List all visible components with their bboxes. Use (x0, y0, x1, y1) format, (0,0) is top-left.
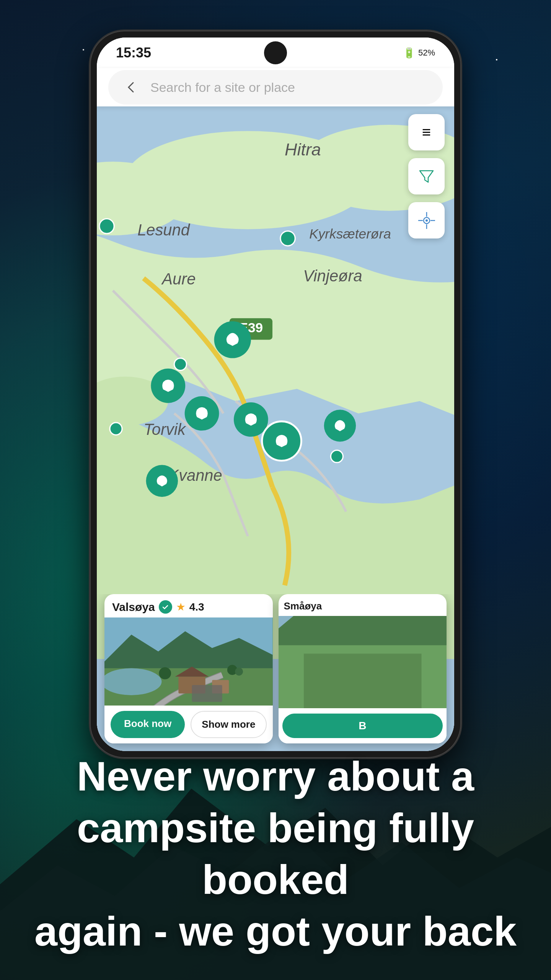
search-placeholder[interactable]: Search for a site or place (150, 80, 431, 95)
card-smaooya-image (279, 616, 447, 708)
star-icon: ★ (176, 601, 186, 613)
card-smaooya-header: Småøya (279, 594, 447, 616)
card-valsoya-image (104, 617, 273, 706)
svg-point-47 (235, 668, 243, 676)
checkmark-icon (161, 603, 169, 611)
card-smaooya-buttons: B (279, 708, 447, 743)
svg-text:Aure: Aure (161, 270, 196, 288)
svg-point-30 (110, 423, 122, 435)
svg-text:Kyrksæterøra: Kyrksæterøra (309, 226, 391, 241)
campsite-cards: Valsøya ★ 4.3 (97, 594, 454, 751)
svg-text:Vinjeøra: Vinjeøra (303, 267, 362, 285)
location-icon (417, 211, 436, 230)
phone-outer-shell: 15:35 🔋 52% Search for a site or place (90, 31, 461, 758)
status-bar: 15:35 🔋 52% (97, 38, 454, 68)
show-more-button[interactable]: Show more (191, 711, 266, 738)
card-valsoya-rating: 4.3 (189, 601, 204, 613)
map-menu-button[interactable]: ≡ (408, 114, 445, 150)
svg-text:Hitra: Hitra (285, 140, 321, 159)
map-area[interactable]: E39 Hitra Lesund Aure Vinjeøra Kyrksæter… (97, 106, 454, 751)
map-location-button[interactable] (408, 202, 445, 238)
signal-icon: 52% (418, 48, 435, 58)
svg-point-8 (266, 303, 328, 340)
status-icons-group: 🔋 52% (403, 47, 435, 59)
svg-point-33 (425, 219, 428, 222)
verified-badge (159, 600, 172, 614)
card-valsoya-header: Valsøya ★ 4.3 (104, 594, 273, 617)
phone-device: 15:35 🔋 52% Search for a site or place (90, 31, 461, 758)
tagline-line3: again - we got your back (31, 905, 520, 957)
card-smaooya-book-button[interactable]: B (282, 714, 443, 738)
svg-point-31 (331, 450, 343, 462)
search-input-container[interactable]: Search for a site or place (108, 70, 443, 105)
svg-point-27 (99, 219, 114, 233)
menu-icon: ≡ (422, 124, 431, 141)
tagline-area: Never worry about a campsite being fully… (0, 750, 551, 957)
campsite-image-svg (104, 617, 273, 706)
battery-icon: 🔋 (403, 47, 415, 59)
card-smaooya[interactable]: Småøya B (279, 594, 447, 743)
back-button[interactable] (120, 76, 143, 99)
phone-screen: 15:35 🔋 52% Search for a site or place (97, 38, 454, 751)
back-arrow-icon (124, 80, 139, 95)
svg-point-29 (174, 358, 186, 371)
svg-point-45 (159, 667, 171, 679)
svg-rect-48 (192, 685, 222, 702)
svg-text:Torvik: Torvik (143, 420, 186, 438)
svg-text:Lesund: Lesund (137, 221, 191, 239)
card-smaooya-name: Småøya (284, 600, 322, 612)
status-time: 15:35 (116, 45, 151, 61)
card-valsoya[interactable]: Valsøya ★ 4.3 (104, 594, 273, 743)
svg-point-28 (280, 231, 295, 246)
camera-notch (264, 41, 287, 64)
tagline-line1: Never worry about a (31, 750, 520, 802)
smaooya-image-svg (279, 616, 447, 708)
search-bar[interactable]: Search for a site or place (97, 68, 454, 106)
card-valsoya-name: Valsøya (112, 601, 155, 614)
tagline-text: Never worry about a campsite being fully… (31, 750, 520, 957)
map-filter-button[interactable] (408, 158, 445, 194)
filter-icon (418, 168, 435, 185)
svg-marker-51 (279, 616, 447, 645)
book-now-button[interactable]: Book now (111, 711, 185, 738)
tagline-line2: campsite being fully booked (31, 802, 520, 905)
card-valsoya-buttons: Book now Show more (104, 706, 273, 743)
svg-rect-52 (303, 654, 421, 708)
